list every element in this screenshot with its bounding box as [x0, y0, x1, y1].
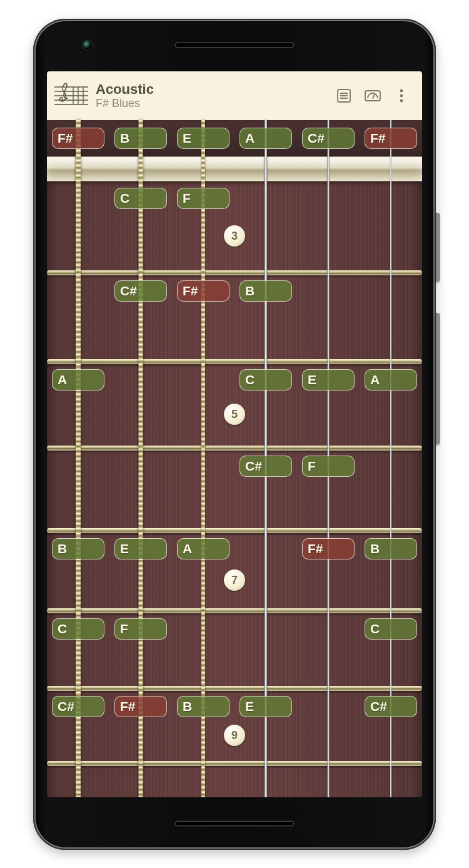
- treble-clef-staff-icon[interactable]: [53, 82, 89, 110]
- note-fret-8-string-1[interactable]: C: [365, 618, 417, 640]
- fret-7: BEAF#B7: [47, 531, 422, 611]
- note-label: F#: [120, 699, 136, 714]
- phone-top-bezel: [33, 19, 436, 71]
- fret-marker-5: 5: [224, 404, 245, 425]
- fret-5: ACEA5: [47, 362, 422, 448]
- header-title: Acoustic: [96, 81, 330, 97]
- fretboard-wood[interactable]: CF3C#F#BACEA5C#FBEAF#B7CFCC#F#BEC#9: [47, 180, 422, 797]
- note-label: B: [120, 131, 129, 146]
- note-label: C#: [245, 459, 262, 474]
- fret-4: C#F#B: [47, 273, 422, 362]
- note-label: A: [370, 372, 380, 387]
- note-label: F#: [58, 131, 73, 146]
- note-fret-5-string-6[interactable]: A: [52, 369, 104, 391]
- fret-marker-7: 7: [224, 569, 245, 591]
- note-label: F: [183, 191, 191, 206]
- svg-point-15: [400, 94, 403, 98]
- list-icon: [335, 87, 353, 105]
- note-fret-9-string-3[interactable]: E: [240, 696, 292, 717]
- note-label: A: [183, 541, 192, 556]
- note-fret-8-string-6[interactable]: C: [52, 618, 104, 640]
- fret-6: C#F: [47, 448, 422, 531]
- open-note-string-3[interactable]: A: [240, 128, 292, 149]
- note-fret-5-string-1[interactable]: A: [365, 369, 417, 391]
- fret-9: C#F#BEC#9: [47, 688, 422, 763]
- note-label: C#: [308, 131, 325, 146]
- phone-screen: Acoustic F# Blues: [47, 71, 422, 797]
- sheet-view-button[interactable]: [330, 81, 358, 110]
- note-label: B: [370, 541, 380, 556]
- note-fret-7-string-5[interactable]: E: [114, 538, 167, 559]
- note-label: C#: [120, 283, 137, 299]
- tuner-button[interactable]: [358, 81, 387, 110]
- note-label: E: [308, 372, 316, 387]
- note-label: E: [245, 699, 254, 714]
- phone-power-button[interactable]: [436, 213, 440, 282]
- note-fret-9-string-1[interactable]: C#: [365, 696, 417, 717]
- note-fret-7-string-6[interactable]: B: [52, 538, 104, 559]
- fret-10: [47, 763, 422, 797]
- note-label: E: [120, 541, 129, 556]
- note-fret-5-string-2[interactable]: E: [302, 369, 355, 391]
- note-label: F#: [308, 541, 323, 556]
- header-title-block[interactable]: Acoustic F# Blues: [96, 81, 330, 110]
- open-note-string-5[interactable]: B: [114, 128, 167, 149]
- note-label: B: [183, 699, 192, 714]
- guitar-nut: [47, 156, 422, 181]
- phone-front-camera: [83, 41, 92, 49]
- overflow-menu-button[interactable]: [387, 81, 416, 110]
- phone-frame: Acoustic F# Blues: [33, 19, 436, 850]
- note-fret-6-string-2[interactable]: F: [302, 456, 355, 477]
- note-fret-6-string-3[interactable]: C#: [240, 456, 292, 477]
- open-note-string-1[interactable]: F#: [365, 128, 417, 149]
- note-fret-8-string-5[interactable]: F: [114, 618, 167, 640]
- fret-3: CF3: [47, 180, 422, 273]
- note-fret-4-string-3[interactable]: B: [240, 280, 292, 302]
- note-label: A: [58, 372, 67, 387]
- open-note-string-6[interactable]: F#: [52, 128, 104, 149]
- note-label: F#: [370, 131, 386, 146]
- phone-bottom-bezel: [33, 797, 436, 850]
- fret-8: CFC: [47, 611, 422, 688]
- note-label: C#: [58, 699, 74, 714]
- note-label: F: [120, 621, 128, 636]
- tuner-icon: [363, 87, 382, 105]
- note-label: E: [183, 131, 191, 146]
- note-fret-9-string-5[interactable]: F#: [114, 696, 167, 717]
- app-header: Acoustic F# Blues: [47, 71, 422, 120]
- svg-line-13: [373, 94, 375, 98]
- note-label: F#: [183, 283, 198, 299]
- fretboard[interactable]: F#BEAC#F# CF3C#F#BACEA5C#FBEAF#B7CFCC#F#…: [47, 120, 422, 797]
- phone-bottom-speaker: [175, 821, 294, 826]
- phone-volume-button[interactable]: [436, 313, 440, 444]
- note-fret-4-string-4[interactable]: F#: [177, 280, 229, 302]
- svg-point-16: [400, 100, 403, 103]
- note-label: C#: [370, 699, 387, 714]
- phone-earpiece: [175, 43, 294, 48]
- note-label: B: [58, 541, 67, 556]
- open-note-string-2[interactable]: C#: [302, 128, 355, 149]
- note-label: F: [308, 459, 316, 474]
- note-fret-3-string-5[interactable]: C: [114, 188, 167, 209]
- note-fret-3-string-4[interactable]: F: [177, 188, 229, 209]
- note-label: A: [245, 131, 255, 146]
- fret-marker-9: 9: [224, 725, 245, 746]
- svg-rect-12: [365, 91, 380, 101]
- note-fret-9-string-4[interactable]: B: [177, 696, 229, 717]
- svg-point-14: [400, 89, 403, 93]
- fret-marker-3: 3: [224, 225, 245, 247]
- note-fret-9-string-6[interactable]: C#: [52, 696, 104, 717]
- note-label: B: [245, 283, 255, 299]
- note-label: C: [58, 621, 67, 636]
- open-note-string-4[interactable]: E: [177, 128, 229, 149]
- note-fret-7-string-4[interactable]: A: [177, 538, 229, 559]
- header-subtitle: F# Blues: [96, 97, 330, 110]
- note-fret-7-string-2[interactable]: F#: [302, 538, 355, 559]
- note-label: C: [120, 191, 129, 206]
- more-vertical-icon: [396, 88, 406, 104]
- note-fret-4-string-5[interactable]: C#: [114, 280, 167, 302]
- note-label: C: [245, 372, 255, 387]
- note-fret-5-string-3[interactable]: C: [240, 369, 292, 391]
- note-fret-7-string-1[interactable]: B: [365, 538, 417, 559]
- note-label: C: [370, 621, 380, 636]
